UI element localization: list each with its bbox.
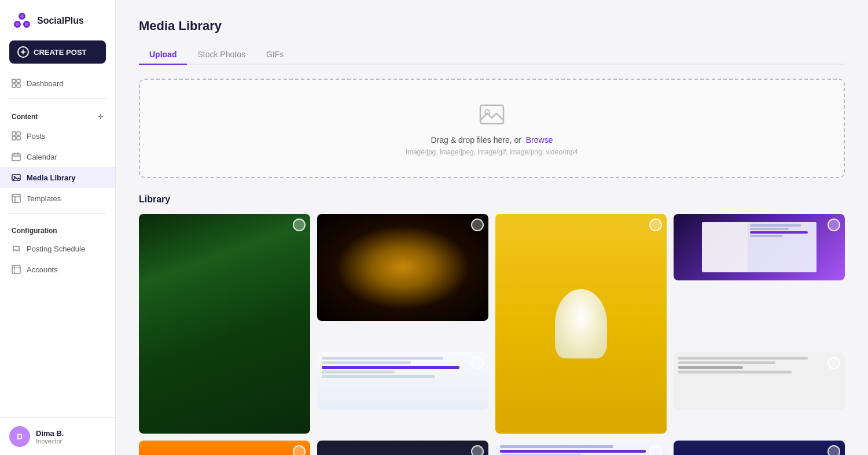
create-post-button[interactable]: + CREATE POST <box>9 40 106 64</box>
app-name: SocialPlus <box>37 16 84 26</box>
add-content-button[interactable]: + <box>97 112 104 122</box>
content-label: Content <box>12 113 38 121</box>
user-profile[interactable]: D Dima B. Inovector <box>0 417 115 455</box>
svg-rect-8 <box>12 84 16 87</box>
svg-rect-11 <box>17 132 20 135</box>
tabs: Upload Stock Photos GIFs <box>139 45 845 65</box>
upload-instruction-text: Drag & drop files here, or <box>431 135 521 145</box>
item-select-checkbox[interactable] <box>827 219 840 231</box>
sidebar-item-label: Accounts <box>27 265 57 274</box>
item-select-checkbox[interactable] <box>293 219 306 231</box>
sidebar: SocialPlus + CREATE POST Dashboard Conte… <box>0 0 116 455</box>
tab-upload[interactable]: Upload <box>139 45 187 65</box>
sidebar-item-label: Posts <box>27 132 46 140</box>
library-item[interactable] <box>674 352 845 410</box>
content-section-header: Content + <box>0 103 115 125</box>
tab-gifs[interactable]: GIFs <box>256 45 294 65</box>
svg-point-5 <box>25 23 28 26</box>
item-select-checkbox[interactable] <box>827 445 840 455</box>
svg-rect-9 <box>17 84 20 87</box>
svg-point-4 <box>16 23 19 26</box>
svg-rect-20 <box>12 194 20 202</box>
item-select-checkbox[interactable] <box>471 219 484 231</box>
library-item[interactable] <box>317 441 488 455</box>
dashboard-icon <box>12 79 21 88</box>
item-select-checkbox[interactable] <box>649 219 662 231</box>
upload-dropzone[interactable]: Drag & drop files here, or Browse image/… <box>139 79 845 178</box>
svg-rect-12 <box>12 136 16 140</box>
sidebar-item-posts[interactable]: Posts <box>0 125 115 146</box>
upload-formats: image/jpg, image/jpeg, image/gif, image/… <box>406 148 578 156</box>
svg-rect-26 <box>480 105 503 124</box>
main-content: Media Library Upload Stock Photos GIFs D… <box>116 0 868 455</box>
svg-rect-6 <box>12 79 16 83</box>
calendar-icon <box>12 152 21 161</box>
accounts-icon <box>12 265 21 274</box>
item-select-checkbox[interactable] <box>293 445 306 455</box>
sidebar-item-label: Calendar <box>27 153 57 161</box>
posts-icon <box>12 131 21 140</box>
user-company: Inovector <box>36 438 64 445</box>
item-select-checkbox[interactable] <box>471 357 484 369</box>
svg-rect-10 <box>12 132 16 135</box>
library-item[interactable] <box>495 214 667 434</box>
templates-icon <box>12 194 21 203</box>
browse-link[interactable]: Browse <box>526 135 553 145</box>
sidebar-divider <box>9 98 106 99</box>
avatar: D <box>9 426 30 447</box>
configuration-label: Configuration <box>12 227 57 235</box>
sidebar-divider-2 <box>9 213 106 214</box>
sidebar-item-dashboard[interactable]: Dashboard <box>0 73 115 94</box>
upload-instruction: Drag & drop files here, or Browse <box>431 135 553 145</box>
sidebar-item-label: Posting Schedule <box>27 245 85 253</box>
sidebar-item-posting-schedule[interactable]: Posting Schedule <box>0 238 115 259</box>
sidebar-item-label: Templates <box>27 194 61 203</box>
library-item[interactable] <box>317 214 488 321</box>
item-select-checkbox[interactable] <box>649 445 662 455</box>
library-item[interactable] <box>317 352 488 410</box>
library-title: Library <box>139 194 845 205</box>
svg-point-3 <box>20 14 24 18</box>
sidebar-item-templates[interactable]: Templates <box>0 188 115 209</box>
logo: SocialPlus <box>0 0 115 40</box>
library-item[interactable] <box>139 441 310 455</box>
sidebar-item-calendar[interactable]: Calendar <box>0 146 115 167</box>
sidebar-item-label: Media Library <box>27 173 76 182</box>
logo-icon <box>12 10 32 31</box>
item-select-checkbox[interactable] <box>827 357 840 369</box>
library-item[interactable] <box>139 214 310 434</box>
sidebar-item-label: Dashboard <box>27 79 64 88</box>
library-item[interactable] <box>674 441 845 455</box>
svg-rect-23 <box>12 265 20 273</box>
item-select-checkbox[interactable] <box>471 445 484 455</box>
tab-stock-photos[interactable]: Stock Photos <box>187 45 256 65</box>
library-item[interactable] <box>674 214 845 280</box>
media-library-icon <box>12 173 21 182</box>
svg-rect-14 <box>12 154 20 161</box>
upload-image-icon <box>478 101 506 128</box>
user-info: Dima B. Inovector <box>36 429 64 445</box>
create-post-label: CREATE POST <box>34 48 87 57</box>
sidebar-item-accounts[interactable]: Accounts <box>0 259 115 280</box>
schedule-icon <box>12 244 21 253</box>
svg-rect-7 <box>17 79 20 83</box>
library-item[interactable] <box>495 441 667 455</box>
page-title: Media Library <box>139 19 845 34</box>
configuration-section-header: Configuration <box>0 219 115 238</box>
user-name: Dima B. <box>36 429 64 438</box>
library-grid <box>139 214 845 455</box>
svg-rect-13 <box>17 136 20 140</box>
plus-circle-icon: + <box>17 46 29 58</box>
sidebar-item-media-library[interactable]: Media Library <box>0 167 115 188</box>
avatar-initials: D <box>17 432 23 441</box>
